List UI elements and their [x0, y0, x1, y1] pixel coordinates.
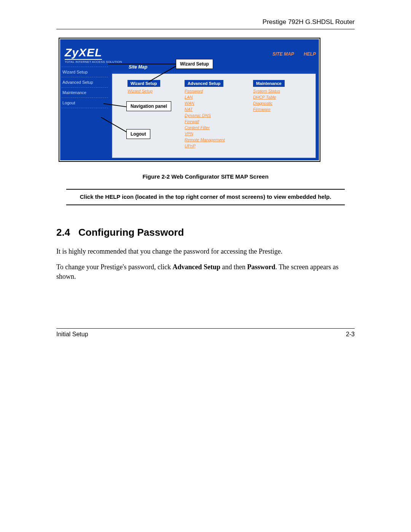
- page-header-title: Prestige 792H G.SHDSL Router: [56, 18, 355, 27]
- p2-bold-password: Password: [247, 263, 275, 271]
- callout-wizard-setup: Wizard Setup: [176, 59, 213, 69]
- maint-dhcp-link[interactable]: DHCP Table: [253, 95, 276, 99]
- adv-nat-link[interactable]: NAT: [185, 107, 193, 112]
- content-title-bar: Site Map: [110, 64, 317, 72]
- col-advanced: Advanced Setup Password LAN WAN NAT Dyna…: [185, 80, 238, 149]
- callout-nav-panel: Navigation panel: [126, 101, 171, 111]
- document-page: Prestige 792H G.SHDSL Router ZyXEL Total…: [0, 0, 411, 532]
- adv-remote-link[interactable]: Remote Management: [185, 137, 225, 142]
- adv-upnp-link[interactable]: UPnP: [185, 144, 196, 148]
- adv-firewall-link[interactable]: Firewall: [185, 119, 199, 124]
- sidebar-item-wizard[interactable]: Wizard Setup: [60, 67, 110, 77]
- content-title: Site Map: [129, 64, 147, 70]
- figure-caption: Figure 2-2 Web Configurator SITE MAP Scr…: [56, 173, 355, 180]
- tip-box: Click the HELP icon (located in the top …: [66, 189, 345, 205]
- page-footer: Initial Setup 2-3: [56, 328, 355, 338]
- footer-rule: [56, 328, 355, 329]
- leader-line: [108, 64, 177, 64]
- adv-contentfilter-link[interactable]: Content Filter: [185, 125, 210, 130]
- adv-ddns-link[interactable]: Dynamic DNS: [185, 113, 211, 118]
- adv-password-link[interactable]: Password: [185, 89, 203, 93]
- adv-lan-link[interactable]: LAN: [185, 95, 193, 99]
- col-advanced-head: Advanced Setup: [185, 80, 223, 87]
- content-divider: [112, 72, 316, 72]
- p2-text-c: and then: [220, 263, 247, 271]
- logo-brand: ZyXEL: [65, 47, 102, 60]
- section-number: 2.4: [56, 227, 78, 238]
- screenshot-sidebar: Wizard Setup Advanced Setup Maintenance …: [60, 67, 110, 160]
- col-maint-head: Maintenance: [253, 80, 285, 87]
- section-title: Configuring Password: [78, 227, 184, 238]
- wizard-setup-link[interactable]: Wizard Setup: [127, 89, 153, 93]
- sidebar-item-logout[interactable]: Logout: [60, 98, 110, 108]
- sidebar-item-advanced[interactable]: Advanced Setup: [60, 77, 110, 87]
- body-paragraph-2: To change your Prestige's password, clic…: [56, 262, 355, 281]
- maint-firmware-link[interactable]: Firmware: [253, 107, 271, 112]
- maint-status-link[interactable]: System Status: [253, 89, 280, 93]
- sidebar-item-maintenance[interactable]: Maintenance: [60, 88, 110, 97]
- footer-left: Initial Setup: [56, 331, 88, 338]
- logo-tagline: Total Internet Access Solution: [65, 60, 122, 64]
- col-wizard-head: Wizard Setup: [127, 80, 160, 87]
- router-screenshot: ZyXEL Total Internet Access Solution SIT…: [59, 38, 320, 162]
- zyxel-logo: ZyXEL Total Internet Access Solution: [65, 47, 122, 64]
- section-heading: 2.4Configuring Password: [56, 227, 355, 238]
- p2-bold-advanced: Advanced Setup: [172, 263, 220, 271]
- header-rule: [56, 29, 355, 29]
- footer-right: 2-3: [346, 331, 355, 338]
- adv-wan-link[interactable]: WAN: [185, 101, 194, 105]
- maint-diag-link[interactable]: Diagnostic: [253, 101, 272, 105]
- callout-logout: Logout: [126, 129, 150, 139]
- body-paragraph-1: It is highly recommended that you change…: [56, 247, 355, 256]
- sitemap-panel: Wizard Setup Wizard Setup Advanced Setup…: [112, 73, 316, 158]
- p2-text-a: To change your Prestige's password, clic…: [56, 263, 172, 271]
- sitemap-link[interactable]: SITE MAP: [272, 51, 294, 57]
- col-maintenance: Maintenance System Status DHCP Table Dia…: [253, 80, 301, 112]
- help-link[interactable]: HELP: [304, 51, 316, 57]
- screenshot-body: ZyXEL Total Internet Access Solution SIT…: [60, 39, 319, 160]
- screenshot-figure: ZyXEL Total Internet Access Solution SIT…: [59, 38, 320, 162]
- adv-vpn-link[interactable]: VPN: [185, 131, 193, 136]
- top-links: SITE MAP HELP: [264, 51, 316, 57]
